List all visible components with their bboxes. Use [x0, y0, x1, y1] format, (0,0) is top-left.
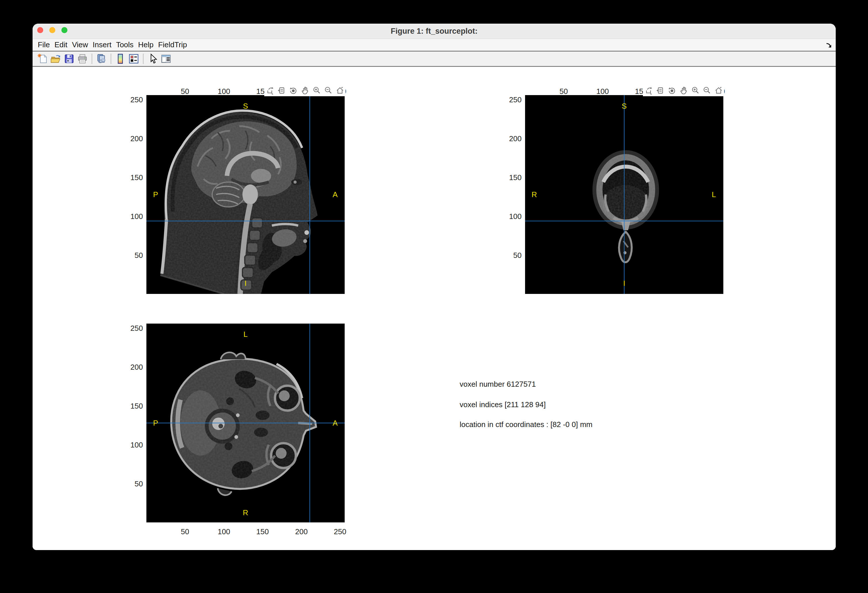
restore-view-icon[interactable]	[335, 86, 345, 95]
sagittal-crosshair-vertical	[310, 95, 310, 294]
axial-label-right: R	[243, 508, 248, 517]
coronal-crosshair-horizontal	[525, 221, 723, 221]
sagittal-left-tick: 150	[131, 173, 143, 182]
axial-bottom-tick: 150	[256, 527, 269, 536]
sagittal-axes-toolbar	[264, 85, 345, 96]
sagittal-mri-view[interactable]	[146, 95, 345, 294]
coronal-top-tick: 50	[559, 87, 568, 96]
coronal-mri-view[interactable]	[525, 95, 723, 294]
menu-bar: File Edit View Insert Tools Help FieldTr…	[32, 39, 836, 51]
coronal-axes-toolbar	[643, 85, 724, 96]
window-title: Figure 1: ft_sourceplot:	[32, 24, 836, 38]
save-figure-icon[interactable]	[62, 52, 76, 65]
menu-item-fieldtrip[interactable]: FieldTrip	[158, 40, 187, 49]
menu-item-file[interactable]: File	[38, 40, 50, 49]
axial-mri-view[interactable]	[146, 324, 345, 522]
menu-item-edit[interactable]: Edit	[55, 40, 68, 49]
coronal-label-inferior: I	[623, 279, 625, 288]
sagittal-top-tick: 100	[218, 87, 230, 96]
voxel-number-text: voxel number 6127571	[460, 380, 536, 389]
figure-window: Figure 1: ft_sourceplot: File Edit View …	[32, 24, 836, 550]
menu-item-help[interactable]: Help	[138, 40, 153, 49]
voxel-indices-text: voxel indices [211 128 94]	[460, 400, 546, 409]
edit-plot-icon[interactable]	[146, 52, 159, 65]
coronal-left-tick: 150	[509, 173, 522, 182]
datatips-icon[interactable]	[655, 86, 665, 95]
axial-crosshair-horizontal	[146, 423, 345, 423]
sagittal-left-tick: 200	[131, 134, 143, 143]
axial-label-posterior: P	[153, 419, 158, 428]
sagittal-left-tick: 50	[134, 251, 143, 260]
coronal-label-left: L	[712, 190, 716, 199]
axial-left-tick: 200	[131, 363, 143, 372]
link-plot-icon[interactable]	[95, 52, 108, 65]
rotate-3d-icon[interactable]	[667, 86, 677, 95]
axial-left-tick: 50	[134, 479, 143, 488]
export-icon[interactable]	[644, 86, 654, 95]
axial-label-left: L	[244, 330, 248, 339]
new-figure-icon[interactable]	[36, 52, 49, 65]
restore-view-icon[interactable]	[713, 86, 723, 95]
zoom-in-icon[interactable]	[311, 86, 322, 95]
axial-left-tick: 150	[131, 402, 143, 411]
sagittal-left-tick: 100	[131, 212, 143, 221]
zoom-in-icon[interactable]	[690, 86, 700, 95]
axial-bottom-tick: 100	[218, 527, 230, 536]
datatips-icon[interactable]	[276, 86, 286, 95]
coronal-label-right: R	[532, 190, 537, 199]
toolbar-separator	[143, 54, 143, 64]
axial-left-tick: 100	[131, 441, 143, 450]
property-inspector-icon[interactable]	[159, 52, 173, 65]
coronal-label-superior: S	[621, 102, 626, 111]
menu-item-insert[interactable]: Insert	[93, 40, 112, 49]
coronal-left-tick: 250	[509, 95, 522, 104]
open-file-icon[interactable]	[49, 52, 62, 65]
sagittal-crosshair-horizontal	[146, 221, 345, 221]
menu-item-view[interactable]: View	[72, 40, 88, 49]
sagittal-label-inferior: I	[244, 279, 247, 288]
sagittal-label-superior: S	[243, 102, 248, 111]
axial-label-anterior: A	[332, 419, 338, 428]
coronal-top-tick: 100	[596, 87, 609, 96]
export-icon[interactable]	[265, 86, 275, 95]
coronal-left-tick: 50	[513, 251, 522, 260]
print-figure-icon[interactable]	[76, 52, 89, 65]
sagittal-label-anterior: A	[332, 190, 338, 199]
menu-item-tools[interactable]: Tools	[116, 40, 134, 49]
pan-icon[interactable]	[678, 86, 688, 95]
insert-colorbar-icon[interactable]	[114, 52, 127, 65]
insert-legend-icon[interactable]	[127, 52, 140, 65]
coronal-left-tick: 100	[509, 212, 522, 221]
sagittal-label-posterior: P	[153, 190, 158, 199]
sagittal-top-tick: 50	[181, 87, 189, 96]
zoom-out-icon[interactable]	[323, 86, 333, 95]
axial-bottom-tick: 250	[334, 527, 346, 536]
axial-bottom-tick: 200	[295, 527, 307, 536]
coronal-left-tick: 200	[509, 134, 522, 143]
dock-figure-icon[interactable]	[824, 41, 833, 50]
figure-toolbar	[32, 52, 836, 66]
pan-icon[interactable]	[300, 86, 310, 95]
ctf-coordinates-text: location in ctf coordinates : [82 -0 0] …	[460, 420, 592, 429]
rotate-3d-icon[interactable]	[288, 86, 298, 95]
sagittal-mri-image	[146, 95, 345, 294]
sagittal-left-tick: 250	[131, 95, 143, 104]
axial-bottom-tick: 50	[181, 527, 189, 536]
titlebar: Figure 1: ft_sourceplot:	[32, 24, 836, 39]
toolbar-separator	[111, 54, 111, 64]
zoom-out-icon[interactable]	[702, 86, 712, 95]
coronal-crosshair-vertical	[624, 95, 624, 294]
axial-left-tick: 250	[131, 324, 143, 333]
toolbar-separator	[92, 54, 92, 64]
